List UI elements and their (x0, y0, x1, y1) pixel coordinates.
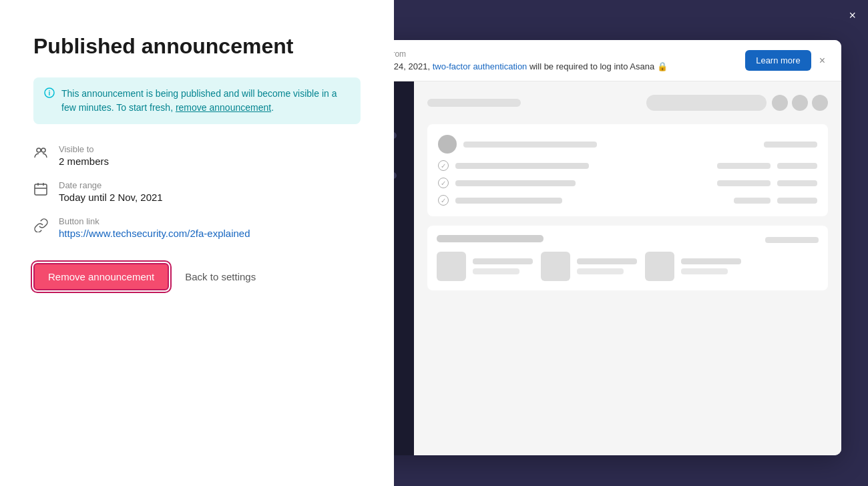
mock-avatar-2 (792, 95, 808, 111)
meta-date-range: Date range Today until 2 Nov, 2021 (33, 180, 361, 203)
mock-section2-header (437, 235, 819, 245)
button-link-value[interactable]: https://www.techsecurity.com/2fa-explain… (59, 228, 250, 239)
mock-task-row-2: ✓ (438, 178, 817, 188)
actions-row: Remove announcement Back to settings (33, 263, 361, 290)
mock-card-title-1 (473, 258, 533, 264)
meta-visible-to: Visible to 2 members (33, 144, 361, 167)
mock-task-line-3 (455, 198, 562, 204)
mock-task-date-1 (777, 163, 817, 169)
right-panel: × 📢 Announcement from Starting on August… (394, 0, 868, 486)
info-banner: i This announcement is being published a… (33, 77, 361, 124)
visible-to-value: 2 members (59, 156, 109, 167)
link-icon (33, 218, 49, 234)
mock-task-date-2 (777, 180, 817, 186)
mock-check-2: ✓ (438, 178, 449, 188)
mock-card-thumb-2 (541, 252, 570, 281)
mock-card-title-3 (681, 258, 741, 264)
mock-check-3: ✓ (438, 195, 449, 206)
mock-user-avatar (438, 135, 457, 154)
mock-header-row (438, 135, 817, 154)
date-range-label: Date range (59, 180, 163, 190)
mock-top-right (646, 95, 828, 111)
remove-announcement-button[interactable]: Remove announcement (33, 263, 169, 290)
mock-card-1 (437, 252, 533, 281)
mock-task-row-3: ✓ (438, 195, 817, 206)
mock-card-3 (645, 252, 741, 281)
svg-point-3 (41, 148, 45, 152)
svg-point-2 (37, 148, 41, 152)
mock-section-1: ✓ ✓ ✓ (427, 124, 828, 216)
button-link-label: Button link (59, 216, 250, 226)
mock-task-date-3 (777, 198, 817, 204)
mock-section2-title (437, 235, 544, 242)
mock-task-line-2 (455, 180, 576, 186)
mock-task-meta-1 (717, 163, 771, 169)
meta-button-link: Button link https://www.techsecurity.com… (33, 216, 361, 239)
mock-title-line (427, 99, 521, 107)
preview-close-button[interactable]: × (817, 55, 828, 67)
mock-search-bar (646, 95, 767, 111)
mock-card-lines-1 (473, 258, 533, 274)
announcement-actions: Learn more × (745, 50, 828, 71)
date-range-content: Date range Today until 2 Nov, 2021 (59, 180, 163, 203)
info-banner-text: This announcement is being published and… (61, 87, 350, 115)
page-title: Published announcement (33, 33, 361, 59)
remove-announcement-link[interactable]: remove announcement (176, 102, 271, 113)
calendar-icon (33, 182, 49, 198)
info-icon: i (44, 87, 55, 101)
svg-rect-4 (35, 184, 47, 195)
mock-task-line-1 (455, 163, 589, 169)
mock-top-row (427, 95, 828, 111)
users-icon (33, 146, 49, 162)
mock-card-lines-3 (681, 258, 741, 274)
close-icon[interactable]: × (849, 9, 856, 21)
button-link-content: Button link https://www.techsecurity.com… (59, 216, 250, 239)
left-panel: Published announcement i This announceme… (0, 0, 394, 486)
mock-card-thumb-1 (437, 252, 466, 281)
mock-card-2 (541, 252, 637, 281)
back-to-settings-button[interactable]: Back to settings (182, 264, 258, 289)
mock-card-sub-2 (577, 268, 624, 274)
announcement-suffix: will be required to log into Asana 🔒 (529, 61, 668, 71)
date-range-value: Today until 2 Nov, 2021 (59, 192, 163, 203)
visible-to-content: Visible to 2 members (59, 144, 109, 167)
mock-card-lines-2 (577, 258, 637, 274)
mock-task-meta-2 (717, 180, 771, 186)
learn-more-button[interactable]: Learn more (745, 50, 811, 71)
main-content-mock: ✓ ✓ ✓ (414, 81, 841, 455)
two-factor-link[interactable]: two-factor authentication (433, 61, 527, 71)
mock-check-1: ✓ (438, 160, 449, 171)
mock-avatar-3 (812, 95, 828, 111)
mock-section-2 (427, 226, 828, 290)
mock-user-stat-line (764, 142, 817, 148)
mock-card-sub-1 (473, 268, 519, 274)
mock-card-thumb-3 (645, 252, 674, 281)
mock-section2-meta (765, 237, 819, 243)
mock-avatar-1 (772, 95, 788, 111)
meta-list: Visible to 2 members Date range Today un… (33, 144, 361, 239)
mock-card-title-2 (577, 258, 637, 264)
mock-task-meta-3 (734, 198, 771, 204)
mock-user-name-line (463, 142, 597, 148)
svg-text:i: i (49, 89, 51, 97)
mock-avatars (772, 95, 828, 111)
mock-card-row (437, 252, 819, 281)
mock-task-row-1: ✓ (438, 160, 817, 171)
mock-card-sub-3 (681, 268, 728, 274)
visible-to-label: Visible to (59, 144, 109, 154)
